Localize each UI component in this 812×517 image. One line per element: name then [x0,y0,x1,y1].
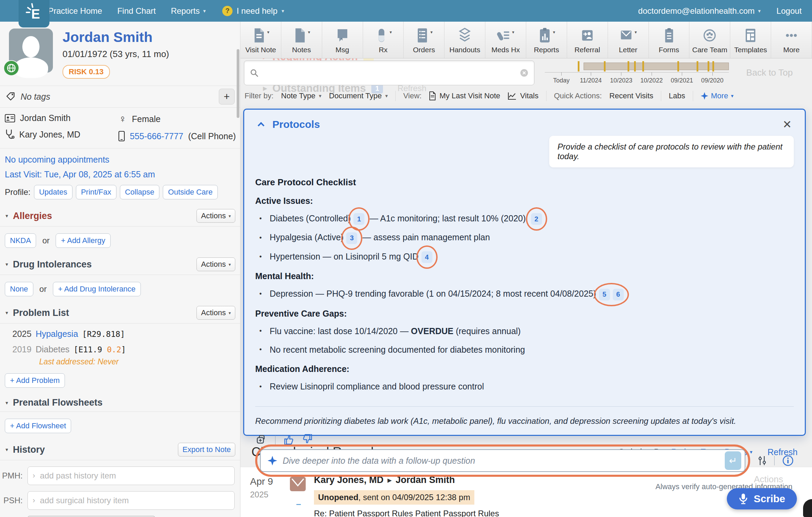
add-problem-button[interactable]: + Add Problem [5,373,65,388]
search-input[interactable] [263,68,520,78]
globe-badge-icon [3,60,19,76]
collapse-caret-icon[interactable]: ▾ [5,213,8,219]
citation-chip-2[interactable]: 2 [531,213,542,225]
timeline-event-marker[interactable] [628,61,629,72]
citation-chip-5[interactable]: 5 [599,289,610,300]
problem-list-actions-button[interactable]: Actions▾ [196,306,235,320]
labs-button[interactable]: Labs [669,91,685,100]
chart-main-area: ▸Requiring Action ▸Outstanding Items1Ref… [240,22,812,517]
profile-outside-care-button[interactable]: Outside Care [163,185,218,199]
problem-link[interactable]: Diabetes [36,344,70,354]
profile-updates-button[interactable]: Updates [34,185,72,199]
collapse-caret-icon[interactable]: ▾ [5,261,8,267]
toolbar-button-templates[interactable]: Templates [730,22,771,58]
toolbar-button-forms[interactable]: Forms [649,22,690,58]
clear-search-icon[interactable] [520,68,529,77]
add-drug-intolerance-button[interactable]: + Add Drug Intolerance [53,282,141,296]
psh-input[interactable]: ›add surgical history item [27,491,235,510]
filter-bar: Filter by: Note Type▾ Document Type▾ Vie… [240,88,812,104]
timeline-event-marker[interactable] [578,61,579,72]
add-allergy-button[interactable]: + Add Allergy [56,233,110,248]
vitals-button[interactable]: Vitals [508,91,538,100]
timeline-event-marker[interactable] [697,61,698,72]
profile-collapse-button[interactable]: Collapse [120,185,160,199]
toolbar-button-notes[interactable]: ▾Notes [281,22,322,58]
id-card-icon [5,114,15,122]
collapse-caret-icon[interactable]: ▾ [5,400,8,406]
thumbs-up-icon[interactable] [284,434,294,445]
ai-more-menu[interactable]: More▾ [701,91,734,100]
nav-item-reports[interactable]: Reports▾ [171,6,206,16]
citation-chip-1[interactable]: 1 [353,213,364,225]
allergies-actions-button[interactable]: Actions▾ [196,209,235,223]
document-type-dropdown[interactable]: Document Type▾ [329,91,388,100]
info-icon[interactable] [782,455,794,466]
section-problem-list: ▾ Problem List Actions▾ [0,306,240,320]
toolbar-button-msg[interactable]: Msg [322,22,363,58]
add-flowsheet-button[interactable]: + Add Flowsheet [5,419,71,433]
pmh-input[interactable]: ›add past history item [27,466,235,485]
toolbar-button-meds-hx[interactable]: ▾Meds Hx [485,22,526,58]
recent-visits-button[interactable]: Recent Visits [609,91,653,100]
thumbs-down-icon[interactable] [302,434,313,445]
toolbar-button-rx[interactable]: ▾Rx [363,22,404,58]
phone-link[interactable]: 555-666-7777 [130,131,183,141]
scribe-button[interactable]: Scribe [727,488,797,509]
citation-chip-3[interactable]: 3 [346,232,357,244]
profile-print-fax-button[interactable]: Print/Fax [76,185,116,199]
collapse-caret-icon[interactable]: ▾ [5,310,8,316]
note-type-dropdown[interactable]: Note Type▾ [281,91,321,100]
patient-sex: ♀ Female [118,113,236,125]
toolbar-button-orders[interactable]: ▾Orders [404,22,444,58]
my-last-visit-note-button[interactable]: My Last Visit Note [429,91,500,100]
patient-name[interactable]: Jordan Smith [63,29,169,45]
rx-icon [374,28,388,43]
nav-item-practice-home[interactable]: Practice Home [48,6,102,16]
sidebar-scrollbar[interactable] [237,49,239,118]
toolbar-button-care-team[interactable]: Care Team [689,22,730,58]
settings-sliders-icon[interactable] [758,455,767,466]
copy-to-note-icon[interactable] [257,435,267,445]
submit-question-button[interactable]: ↵ [725,451,741,470]
timeline-event-marker[interactable] [634,61,636,72]
close-icon[interactable]: ✕ [782,118,794,131]
app-logo[interactable]: E [19,0,49,28]
followup-question-input[interactable]: Dive deeper into the data with a follow-… [260,449,745,472]
chart-timeline[interactable]: Today11/202410/202310/202209/202109/2020 [545,62,729,88]
problem-link[interactable]: Hypalgesia [36,329,78,339]
last-visit-link[interactable]: Last Visit: Tue, Apr 08, 2025 at 6:55 am [5,169,240,179]
panel-title: Protocols [272,119,320,130]
toolbar-button-referral[interactable]: Referral [567,22,608,58]
collapse-panel-icon[interactable] [258,122,264,129]
toolbar-button-visit-note[interactable]: ▾Visit Note [240,22,281,58]
timeline-event-marker[interactable] [712,61,714,72]
checklist-item: •Hypalgesia (Active)3 — assess pain mana… [259,231,794,244]
drug-intolerances-actions-button[interactable]: Actions▾ [196,257,235,271]
patient-avatar[interactable] [9,29,53,73]
toolbar-button-more[interactable]: More [771,22,812,58]
none-button[interactable]: None [5,282,33,296]
no-upcoming-appointments-link[interactable]: No upcoming appointments [5,155,240,165]
nkda-button[interactable]: NKDA [5,233,36,248]
timeline-event-marker[interactable] [604,61,606,72]
citation-chip-6[interactable]: 6 [613,289,624,300]
chart-search[interactable] [244,60,534,85]
account-menu[interactable]: doctordemo@elationhealth.com ▾ [638,6,761,16]
logout-button[interactable]: Logout [777,6,802,16]
timeline-event-marker[interactable] [708,61,709,72]
last-addressed-note: Last addressed: Never [39,357,240,366]
back-to-top-link[interactable]: Back to Top [746,67,793,78]
collapse-caret-icon[interactable]: ▾ [5,447,8,453]
citation-chip-4[interactable]: 4 [421,251,432,263]
add-tag-button[interactable]: + [219,89,235,104]
toolbar-button-reports[interactable]: ▾Reports [526,22,567,58]
timeline-event-marker[interactable] [642,61,644,72]
toolbar-button-handouts[interactable]: Handouts [444,22,485,58]
toolbar-button-letter[interactable]: ▾Letter [608,22,649,58]
timeline-event-marker[interactable] [677,61,679,72]
patient-dob: 01/01/1972 (53 yrs, 11 mo) [63,49,169,59]
export-to-note-button[interactable]: Export to Note [178,443,235,456]
chevron-down-icon: ▾ [203,8,206,14]
help-menu[interactable]: ? I need help ▾ [222,6,284,16]
nav-item-find-chart[interactable]: Find Chart [117,6,156,16]
